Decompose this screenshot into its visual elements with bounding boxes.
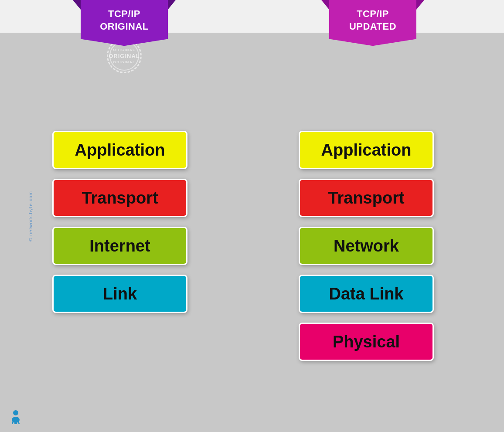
left-layer-application: Application [52,131,187,169]
right-layer-physical-label: Physical [333,333,400,351]
right-layer-network-label: Network [334,237,399,255]
svg-line-3 [18,422,19,424]
right-layer-datalink: Data Link [299,275,434,313]
svg-point-0 [13,410,18,415]
left-layers: Application Transport Internet Link [52,131,187,313]
left-banner-left-tab [73,0,81,10]
right-layer-application: Application [299,131,434,169]
right-layers: Application Transport Network Data Link … [299,131,434,361]
left-banner: TCP/IP Original ORIGINAL ORIGINAL ORIGIN… [81,0,168,46]
person-icon [8,408,24,424]
left-banner-right-tab [168,0,176,10]
svg-line-2 [12,422,13,424]
left-layer-link: Link [52,275,187,313]
right-layer-transport: Transport [299,179,434,217]
right-banner-left-tab [321,0,329,10]
right-banner-shape: TCP/IP Updated [329,0,416,46]
right-banner-right-tab [416,0,424,10]
right-layer-network: Network [299,227,434,265]
left-layer-link-label: Link [103,285,137,303]
watermark: © network-byte.com [28,191,33,242]
right-banner: TCP/IP Updated [329,0,416,46]
right-layer-datalink-label: Data Link [329,285,403,303]
right-layer-physical: Physical [299,323,434,361]
right-banner-title: TCP/IP Updated [338,8,408,33]
left-banner-title: TCP/IP Original [89,8,159,33]
left-banner-shape: TCP/IP Original [81,0,168,46]
left-layer-internet-label: Internet [89,237,150,255]
left-layer-internet: Internet [52,227,187,265]
left-layer-transport-label: Transport [82,189,158,207]
right-layer-transport-label: Transport [328,189,404,207]
left-layer-application-label: Application [75,141,165,160]
right-layer-application-label: Application [321,141,412,160]
left-layer-transport: Transport [52,179,187,217]
